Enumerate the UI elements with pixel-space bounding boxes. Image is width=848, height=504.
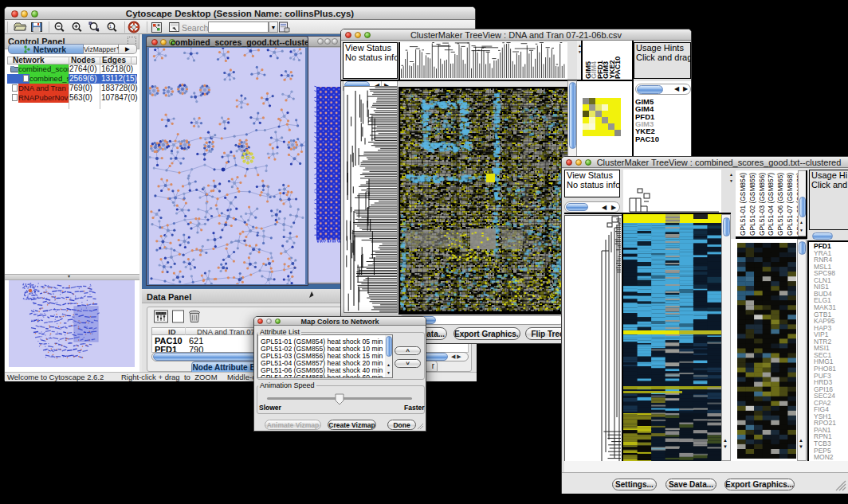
svg-text:1: 1	[109, 24, 112, 29]
